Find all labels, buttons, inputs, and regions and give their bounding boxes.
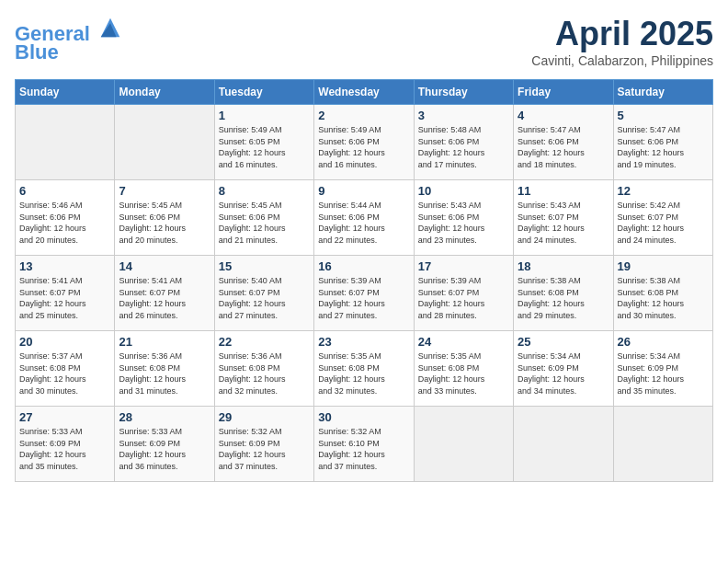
calendar-cell: 26Sunrise: 5:34 AM Sunset: 6:09 PM Dayli… — [613, 331, 712, 407]
calendar-cell: 30Sunrise: 5:32 AM Sunset: 6:10 PM Dayli… — [314, 407, 414, 482]
day-info: Sunrise: 5:39 AM Sunset: 6:07 PM Dayligh… — [318, 275, 409, 321]
calendar-cell: 22Sunrise: 5:36 AM Sunset: 6:08 PM Dayli… — [214, 331, 313, 407]
day-info: Sunrise: 5:37 AM Sunset: 6:08 PM Dayligh… — [19, 350, 110, 396]
day-info: Sunrise: 5:43 AM Sunset: 6:07 PM Dayligh… — [518, 200, 609, 246]
day-info: Sunrise: 5:45 AM Sunset: 6:06 PM Dayligh… — [119, 200, 210, 246]
calendar-cell: 15Sunrise: 5:40 AM Sunset: 6:07 PM Dayli… — [214, 256, 313, 331]
day-number: 21 — [119, 335, 210, 349]
calendar-cell: 13Sunrise: 5:41 AM Sunset: 6:07 PM Dayli… — [16, 256, 115, 331]
day-info: Sunrise: 5:42 AM Sunset: 6:07 PM Dayligh… — [618, 200, 709, 246]
day-info: Sunrise: 5:38 AM Sunset: 6:08 PM Dayligh… — [518, 275, 609, 321]
calendar-header-row: SundayMondayTuesdayWednesdayThursdayFrid… — [16, 80, 713, 105]
day-number: 4 — [518, 109, 609, 122]
calendar-cell: 2Sunrise: 5:49 AM Sunset: 6:06 PM Daylig… — [314, 105, 414, 180]
day-info: Sunrise: 5:47 AM Sunset: 6:06 PM Dayligh… — [518, 124, 609, 170]
day-number: 27 — [19, 410, 110, 424]
day-number: 29 — [219, 410, 310, 424]
calendar-week-row: 13Sunrise: 5:41 AM Sunset: 6:07 PM Dayli… — [16, 256, 713, 331]
day-info: Sunrise: 5:49 AM Sunset: 6:05 PM Dayligh… — [219, 124, 310, 170]
calendar-cell — [115, 105, 214, 180]
day-number: 3 — [418, 109, 509, 122]
day-info: Sunrise: 5:33 AM Sunset: 6:09 PM Dayligh… — [19, 426, 110, 472]
day-info: Sunrise: 5:34 AM Sunset: 6:09 PM Dayligh… — [618, 350, 709, 396]
day-header-saturday: Saturday — [613, 80, 712, 105]
calendar-cell — [16, 105, 115, 180]
day-number: 9 — [318, 184, 409, 198]
day-info: Sunrise: 5:43 AM Sunset: 6:06 PM Dayligh… — [418, 200, 509, 246]
day-info: Sunrise: 5:32 AM Sunset: 6:10 PM Dayligh… — [318, 426, 409, 472]
day-header-monday: Monday — [115, 80, 214, 105]
day-header-thursday: Thursday — [414, 80, 513, 105]
day-number: 13 — [19, 259, 110, 273]
subtitle: Cavinti, Calabarzon, Philippines — [531, 53, 713, 68]
day-info: Sunrise: 5:33 AM Sunset: 6:09 PM Dayligh… — [119, 426, 210, 472]
calendar-cell: 24Sunrise: 5:35 AM Sunset: 6:08 PM Dayli… — [414, 331, 513, 407]
day-header-wednesday: Wednesday — [314, 80, 414, 105]
calendar-cell: 1Sunrise: 5:49 AM Sunset: 6:05 PM Daylig… — [214, 105, 313, 180]
calendar-cell: 4Sunrise: 5:47 AM Sunset: 6:06 PM Daylig… — [514, 105, 613, 180]
day-number: 17 — [418, 259, 509, 273]
calendar-cell: 20Sunrise: 5:37 AM Sunset: 6:08 PM Dayli… — [16, 331, 115, 407]
day-info: Sunrise: 5:45 AM Sunset: 6:06 PM Dayligh… — [219, 200, 310, 246]
calendar-cell — [414, 407, 513, 482]
day-number: 30 — [318, 410, 409, 424]
calendar-week-row: 20Sunrise: 5:37 AM Sunset: 6:08 PM Dayli… — [16, 331, 713, 407]
calendar-cell: 23Sunrise: 5:35 AM Sunset: 6:08 PM Dayli… — [314, 331, 414, 407]
day-number: 28 — [119, 410, 210, 424]
calendar-cell: 21Sunrise: 5:36 AM Sunset: 6:08 PM Dayli… — [115, 331, 214, 407]
calendar-cell: 19Sunrise: 5:38 AM Sunset: 6:08 PM Dayli… — [613, 256, 712, 331]
calendar-cell: 27Sunrise: 5:33 AM Sunset: 6:09 PM Dayli… — [16, 407, 115, 482]
calendar-week-row: 6Sunrise: 5:46 AM Sunset: 6:06 PM Daylig… — [16, 180, 713, 256]
calendar-cell: 6Sunrise: 5:46 AM Sunset: 6:06 PM Daylig… — [16, 180, 115, 256]
calendar-week-row: 1Sunrise: 5:49 AM Sunset: 6:05 PM Daylig… — [16, 105, 713, 180]
calendar-cell: 3Sunrise: 5:48 AM Sunset: 6:06 PM Daylig… — [414, 105, 513, 180]
day-info: Sunrise: 5:32 AM Sunset: 6:09 PM Dayligh… — [219, 426, 310, 472]
calendar-cell: 16Sunrise: 5:39 AM Sunset: 6:07 PM Dayli… — [314, 256, 414, 331]
day-info: Sunrise: 5:48 AM Sunset: 6:06 PM Dayligh… — [418, 124, 509, 170]
day-number: 18 — [518, 259, 609, 273]
day-info: Sunrise: 5:35 AM Sunset: 6:08 PM Dayligh… — [418, 350, 509, 396]
calendar-cell: 5Sunrise: 5:47 AM Sunset: 6:06 PM Daylig… — [613, 105, 712, 180]
day-header-tuesday: Tuesday — [214, 80, 313, 105]
calendar-cell: 11Sunrise: 5:43 AM Sunset: 6:07 PM Dayli… — [514, 180, 613, 256]
day-info: Sunrise: 5:46 AM Sunset: 6:06 PM Dayligh… — [19, 200, 110, 246]
day-number: 5 — [618, 109, 709, 122]
day-info: Sunrise: 5:39 AM Sunset: 6:07 PM Dayligh… — [418, 275, 509, 321]
calendar-cell: 18Sunrise: 5:38 AM Sunset: 6:08 PM Dayli… — [514, 256, 613, 331]
day-header-sunday: Sunday — [16, 80, 115, 105]
calendar-cell — [613, 407, 712, 482]
logo: General Blue — [15, 15, 123, 63]
day-info: Sunrise: 5:38 AM Sunset: 6:08 PM Dayligh… — [618, 275, 709, 321]
calendar-cell: 14Sunrise: 5:41 AM Sunset: 6:07 PM Dayli… — [115, 256, 214, 331]
calendar-table: SundayMondayTuesdayWednesdayThursdayFrid… — [15, 79, 713, 482]
day-number: 10 — [418, 184, 509, 198]
calendar-cell: 28Sunrise: 5:33 AM Sunset: 6:09 PM Dayli… — [115, 407, 214, 482]
calendar-cell: 17Sunrise: 5:39 AM Sunset: 6:07 PM Dayli… — [414, 256, 513, 331]
day-info: Sunrise: 5:36 AM Sunset: 6:08 PM Dayligh… — [119, 350, 210, 396]
day-info: Sunrise: 5:41 AM Sunset: 6:07 PM Dayligh… — [119, 275, 210, 321]
day-number: 26 — [618, 335, 709, 349]
day-header-friday: Friday — [514, 80, 613, 105]
day-number: 6 — [19, 184, 110, 198]
day-info: Sunrise: 5:49 AM Sunset: 6:06 PM Dayligh… — [318, 124, 409, 170]
day-number: 22 — [219, 335, 310, 349]
day-number: 15 — [219, 259, 310, 273]
day-info: Sunrise: 5:47 AM Sunset: 6:06 PM Dayligh… — [618, 124, 709, 170]
day-number: 7 — [119, 184, 210, 198]
month-title: April 2025 — [531, 15, 713, 53]
calendar-cell: 29Sunrise: 5:32 AM Sunset: 6:09 PM Dayli… — [214, 407, 313, 482]
day-number: 20 — [19, 335, 110, 349]
day-number: 1 — [219, 109, 310, 122]
calendar-cell: 12Sunrise: 5:42 AM Sunset: 6:07 PM Dayli… — [613, 180, 712, 256]
calendar-week-row: 27Sunrise: 5:33 AM Sunset: 6:09 PM Dayli… — [16, 407, 713, 482]
day-info: Sunrise: 5:44 AM Sunset: 6:06 PM Dayligh… — [318, 200, 409, 246]
day-number: 8 — [219, 184, 310, 198]
day-number: 19 — [618, 259, 709, 273]
calendar-cell: 7Sunrise: 5:45 AM Sunset: 6:06 PM Daylig… — [115, 180, 214, 256]
page-header: General Blue April 2025 Cavinti, Calabar… — [15, 15, 713, 68]
day-number: 24 — [418, 335, 509, 349]
day-info: Sunrise: 5:40 AM Sunset: 6:07 PM Dayligh… — [219, 275, 310, 321]
calendar-cell: 25Sunrise: 5:34 AM Sunset: 6:09 PM Dayli… — [514, 331, 613, 407]
day-number: 25 — [518, 335, 609, 349]
calendar-cell: 9Sunrise: 5:44 AM Sunset: 6:06 PM Daylig… — [314, 180, 414, 256]
